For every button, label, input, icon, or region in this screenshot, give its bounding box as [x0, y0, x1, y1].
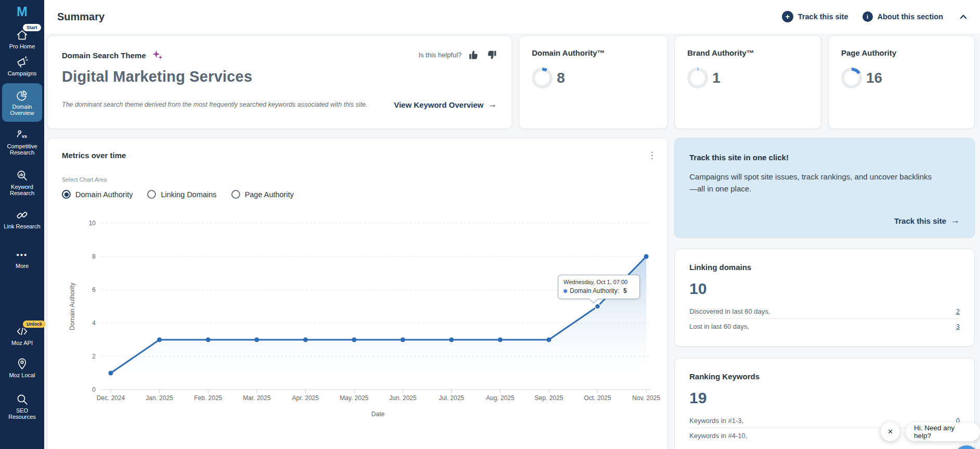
svg-text:Domain Authority: Domain Authority	[69, 283, 76, 330]
svg-text:Date: Date	[371, 410, 385, 418]
sidebar-item-campaigns[interactable]: Campaigns	[0, 55, 44, 76]
authority-donut-gauge	[841, 68, 862, 88]
radio-linking-domains[interactable]: Linking Domains	[147, 190, 216, 199]
stat-row-label: Keywords in #1-3,	[689, 417, 743, 425]
helpful-prompt: Is this helpful?	[419, 51, 462, 59]
svg-text:Apr. 2025: Apr. 2025	[292, 394, 319, 402]
arrow-right-icon: →	[951, 215, 960, 226]
stat-row-value-link[interactable]: 3	[956, 323, 960, 330]
thumbs-down-icon[interactable]	[486, 49, 497, 60]
plus-circle-icon: +	[782, 11, 793, 22]
stat-row-label: Lost in last 60 days,	[689, 323, 749, 330]
radio-circle-icon	[231, 190, 240, 199]
sidebar-item-label: Domain Overview	[2, 104, 42, 116]
track-this-site-label: Track this site	[798, 12, 848, 21]
radio-domain-authority[interactable]: Domain Authority	[62, 190, 133, 199]
page-title: Summary	[57, 11, 104, 23]
svg-text:vs: vs	[22, 133, 27, 138]
card-title: Domain Search Theme	[62, 51, 146, 60]
stat-row-label: Keywords in #4-10,	[689, 432, 747, 440]
stat-row-value-link[interactable]: 2	[956, 307, 960, 315]
sidebar-item-label: Pro Home	[0, 43, 44, 49]
domain-authority-card: Domain Authority™8	[519, 35, 668, 129]
track-this-site-card: Track this site in one click! Campaigns …	[674, 138, 975, 238]
tooltip-date: Wednesday, Oct 1, 07:00	[564, 279, 634, 285]
start-badge: Start	[23, 24, 41, 31]
track-this-site-link[interactable]: Track this site →	[894, 215, 960, 226]
ranking-keywords-title: Ranking Keywords	[689, 372, 960, 381]
page-authority-card: Page Authority16	[828, 35, 975, 129]
vs-icon: vs	[16, 129, 29, 142]
radio-circle-icon	[62, 190, 71, 199]
view-keyword-overview-label: View Keyword Overview	[394, 100, 484, 109]
about-this-section-button[interactable]: i About this section	[863, 11, 943, 22]
radio-circle-icon	[147, 190, 156, 199]
svg-text:Jul. 2025: Jul. 2025	[439, 394, 464, 402]
chat-close-button[interactable]: ×	[881, 422, 900, 441]
svg-text:Sep. 2025: Sep. 2025	[534, 394, 563, 402]
chat-message-bubble[interactable]: Hi. Need any help?	[906, 422, 980, 441]
ai-sparkles-icon	[151, 49, 164, 61]
authority-donut-gauge	[687, 68, 708, 88]
svg-text:Dec. 2024: Dec. 2024	[97, 394, 125, 402]
pie-chart-icon	[16, 89, 29, 102]
search-icon	[16, 393, 29, 406]
collapse-section-button[interactable]	[959, 13, 968, 20]
svg-text:Oct. 2025: Oct. 2025	[584, 394, 611, 402]
sidebar-item-label: Campaigns	[0, 70, 44, 76]
sidebar-item-label: Keyword Research	[0, 184, 44, 196]
radio-label: Linking Domains	[161, 190, 216, 199]
svg-text:Aug. 2025: Aug. 2025	[486, 394, 515, 402]
sidebar: M StartPro HomeCampaignsDomain Overviewv…	[0, 0, 44, 449]
sidebar-item-keyword-research[interactable]: Keyword Research	[0, 169, 44, 196]
moz-logo[interactable]: M	[0, 4, 44, 19]
sidebar-item-label: More	[0, 263, 44, 269]
track-card-body: Campaigns will spot site issues, track r…	[689, 171, 934, 195]
chain-link-icon	[16, 209, 29, 222]
tooltip-series: Domain Authority:	[570, 287, 621, 294]
svg-text:Jan. 2025: Jan. 2025	[146, 394, 173, 402]
radio-label: Page Authority	[245, 190, 294, 199]
tooltip-value: 5	[623, 287, 627, 294]
svg-text:Jun. 2025: Jun. 2025	[389, 394, 416, 402]
sidebar-item-more[interactable]: •••More	[0, 248, 44, 269]
unlock-badge: Unlock	[23, 320, 46, 328]
svg-text:6: 6	[92, 286, 96, 293]
chevron-up-icon	[959, 13, 968, 20]
sidebar-item-competitive-research[interactable]: vsCompetitive Research	[0, 128, 44, 156]
sidebar-item-label: Link Research	[0, 223, 44, 229]
sidebar-item-seo-resources[interactable]: SEO Resources	[0, 392, 44, 420]
chart-area-radio-group: Domain AuthorityLinking DomainsPage Auth…	[62, 190, 653, 199]
sidebar-item-moz-local[interactable]: Moz Local	[0, 357, 44, 378]
domain-search-theme-card: Domain Search Theme Is this helpful? Dig…	[47, 35, 512, 129]
sidebar-item-link-research[interactable]: Link Research	[0, 208, 44, 229]
arrow-right-icon: →	[488, 99, 497, 110]
authority-card-title: Domain Authority™	[532, 48, 655, 57]
stat-row: Discovered in last 60 days,2	[689, 304, 960, 319]
authority-card-title: Page Authority	[841, 48, 962, 57]
svg-text:0: 0	[92, 386, 96, 393]
svg-text:May. 2025: May. 2025	[340, 394, 369, 402]
authority-card-title: Brand Authority™	[687, 48, 808, 57]
sidebar-item-label: SEO Resources	[0, 407, 44, 420]
ranking-keywords-value: 19	[689, 389, 960, 407]
track-this-site-link-label: Track this site	[894, 216, 946, 225]
theme-caption: The dominant search theme derived from t…	[62, 101, 368, 108]
linking-domains-value: 10	[689, 280, 960, 298]
authority-donut-gauge	[532, 68, 553, 88]
sidebar-item-domain-overview[interactable]: Domain Overview	[2, 83, 42, 122]
sidebar-item-pro-home[interactable]: StartPro Home	[0, 28, 44, 49]
kebab-menu-icon[interactable]: ⋮	[647, 150, 657, 161]
radio-page-authority[interactable]: Page Authority	[231, 190, 294, 199]
svg-text:2: 2	[92, 353, 96, 360]
thumbs-up-icon[interactable]	[468, 49, 479, 60]
sidebar-item-label: Moz Local	[0, 372, 44, 378]
svg-text:Feb. 2025: Feb. 2025	[194, 394, 222, 402]
view-keyword-overview-link[interactable]: View Keyword Overview →	[394, 99, 497, 110]
metrics-card-title: Metrics over time	[62, 151, 653, 160]
svg-text:4: 4	[92, 319, 96, 327]
authority-score-value: 16	[866, 70, 882, 86]
track-this-site-button[interactable]: + Track this site	[782, 11, 848, 22]
linking-domains-title: Linking domains	[689, 263, 960, 272]
sidebar-item-moz-api[interactable]: UnlockMoz API	[0, 325, 44, 346]
